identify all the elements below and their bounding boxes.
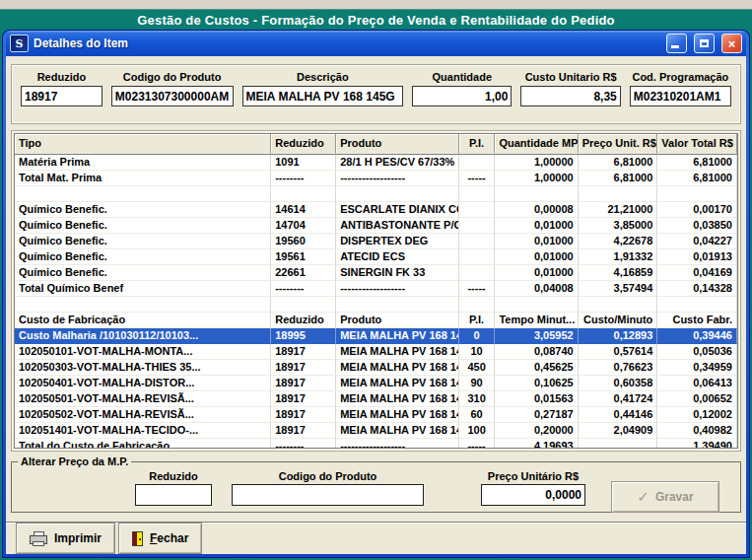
grid-cell: Total Químico Benef <box>15 281 271 297</box>
grid-cell: Reduzido <box>271 134 336 154</box>
table-row[interactable]: Químico Benefic.19560DISPERTEX DEG0,0100… <box>15 234 737 249</box>
grid-cell: ----- <box>459 171 496 186</box>
bottom-toolbar: Imprimir Fechar <box>6 522 746 554</box>
grid-cell: 0,01563 <box>495 391 578 407</box>
alter-field-reduzido: Reduzido <box>135 470 212 506</box>
table-row[interactable]: 102050401-VOT-MALHA-DISTOR...18917MEIA M… <box>15 376 737 391</box>
grid-cell <box>657 297 737 313</box>
grid-cell: Valor Total R$ <box>657 134 737 154</box>
codigo-produto-input[interactable] <box>111 86 234 106</box>
grid-cell: 3,05952 <box>495 328 578 344</box>
grid-cell: 0,03850 <box>657 218 737 234</box>
grid-cell <box>271 297 336 313</box>
grid-cell: 0,04169 <box>657 265 737 281</box>
grid-cell <box>579 186 658 202</box>
table-row[interactable]: Químico Benefic.14704ANTIBASTONANTE P/CR… <box>15 218 737 234</box>
grid-cell: 4,16859 <box>579 265 658 281</box>
quantidade-input[interactable] <box>412 86 512 106</box>
cost-grid-group: TipoReduzidoProdutoP.I.Quantidade MPPreç… <box>11 130 741 452</box>
table-row[interactable] <box>15 186 737 202</box>
alter-preco-input[interactable] <box>481 484 585 506</box>
alter-field-codigo: Codigo do Produto <box>232 470 424 506</box>
grid-cell: Químico Benefic. <box>15 202 271 218</box>
alter-preco-label: Preço Unitário R$ <box>488 470 579 482</box>
imprimir-button[interactable]: Imprimir <box>16 523 115 554</box>
descricao-input[interactable] <box>242 86 404 106</box>
grid-cell: -------- <box>271 171 336 186</box>
alter-reduzido-label: Reduzido <box>149 470 198 482</box>
grid-cell: 102050101-VOT-MALHA-MONTA... <box>15 344 271 360</box>
grid-cell: 0,05036 <box>657 344 737 360</box>
table-row[interactable]: Matéria Prima109128/1 H PES/CV 67/33% M.… <box>15 155 737 171</box>
grid-cell <box>15 186 271 202</box>
grid-cell: ATECID ECS <box>336 249 459 265</box>
grid-cell: -------- <box>271 439 336 449</box>
reduzido-input[interactable] <box>21 86 103 106</box>
grid-cell <box>459 297 496 313</box>
grid-cell <box>459 155 496 171</box>
fechar-button-label: Fechar <box>150 531 188 545</box>
detalhes-do-item-dialog: S Detalhes do Item × Reduzido Codigo do … <box>3 31 749 557</box>
grid-cell: 100 <box>459 423 496 439</box>
table-row[interactable]: Químico Benefic.22661SINERGIN FK 330,010… <box>15 265 737 281</box>
grid-cell: 0,39446 <box>657 328 737 344</box>
table-row[interactable]: Total Químico Benef---------------------… <box>15 281 737 297</box>
grid-cell: 0,08740 <box>495 344 578 360</box>
fechar-button[interactable]: Fechar <box>118 523 202 554</box>
maximize-icon[interactable] <box>694 34 715 53</box>
alter-fields-row: Reduzido Codigo do Produto Preço Unitári… <box>22 470 730 513</box>
table-row[interactable]: Total Mat. Prima------------------------… <box>15 171 737 186</box>
grid-cell <box>271 186 336 202</box>
gravar-button[interactable]: ✓ Gravar <box>611 481 719 513</box>
grid-cell: 3,57494 <box>579 281 658 297</box>
grid-cell: 90 <box>459 376 496 391</box>
close-icon[interactable]: × <box>721 34 742 53</box>
custo-unitario-input[interactable] <box>520 86 620 106</box>
grid-cell <box>459 234 496 249</box>
grid-cell: 0,00008 <box>495 202 578 218</box>
alter-codigo-input[interactable] <box>232 484 424 506</box>
cod-programacao-input[interactable] <box>630 86 731 106</box>
grid-cell: 18995 <box>271 328 336 344</box>
table-row[interactable]: 102050502-VOT-MALHA-REVISÃ...18917MEIA M… <box>15 407 737 423</box>
grid-cell: P.I. <box>459 134 496 154</box>
table-row[interactable]: 102050101-VOT-MALHA-MONTA...18917MEIA MA… <box>15 344 737 360</box>
grid-cell: Tempo Minut... <box>495 313 578 328</box>
grid-cell: 102050401-VOT-MALHA-DISTOR... <box>15 376 271 391</box>
table-row[interactable]: Custo Malharia /101030112/10103...18995M… <box>15 328 737 344</box>
grid-cell: Produto <box>336 134 459 154</box>
table-row[interactable]: Custo de FabricaçãoReduzidoProdutoP.I.Te… <box>15 313 737 328</box>
minimize-icon[interactable] <box>666 34 687 53</box>
grid-cell: 4,22678 <box>579 234 658 249</box>
alter-reduzido-input[interactable] <box>135 484 212 506</box>
check-icon: ✓ <box>637 488 649 506</box>
grid-cell: 0,27187 <box>495 407 578 423</box>
dialog-titlebar[interactable]: S Detalhes do Item × <box>6 31 746 56</box>
table-row[interactable]: Químico Benefic.19561ATECID ECS0,010001,… <box>15 249 737 265</box>
alter-group-title: Alterar Preço da M.P. <box>18 455 131 467</box>
grid-cell: MEIA MALHA PV 168 14... <box>336 344 459 360</box>
table-row[interactable] <box>15 297 737 313</box>
grid-cell <box>459 265 496 281</box>
grid-cell: 0,41724 <box>579 391 658 407</box>
grid-cell: 0,01000 <box>495 249 578 265</box>
grid-cell: Preço Unit. R$ <box>579 134 658 154</box>
grid-cell: Reduzido <box>271 313 336 328</box>
table-row[interactable]: Químico Benefic.14614ESCARLATE DIANIX CC… <box>15 202 737 218</box>
grid-cell: Químico Benefic. <box>15 218 271 234</box>
background-window-title: Gestão de Custos - Formação do Preço de … <box>0 10 752 31</box>
grid-cell: 0 <box>459 328 496 344</box>
grid-cell: Produto <box>336 313 459 328</box>
grid-cell: 0,76623 <box>579 360 658 376</box>
table-row[interactable]: 102051401-VOT-MALHA-TECIDO-...18917MEIA … <box>15 423 737 439</box>
grid-cell <box>459 202 496 218</box>
field-codigo-produto: Codigo do Produto <box>111 71 234 106</box>
cost-detail-grid[interactable]: TipoReduzidoProdutoP.I.Quantidade MPPreç… <box>14 133 738 449</box>
table-row[interactable]: 102050303-VOT-MALHA-THIES 35...18917MEIA… <box>15 360 737 376</box>
grid-cell <box>657 186 737 202</box>
table-row[interactable]: 102050501-VOT-MALHA-REVISÃ...18917MEIA M… <box>15 391 737 407</box>
grid-cell: 0,34959 <box>657 360 737 376</box>
grid-cell: Custo Malharia /101030112/10103... <box>15 328 271 344</box>
table-row[interactable]: Total do Custo de Fabricação------------… <box>15 439 737 449</box>
grid-cell: 0,01000 <box>495 265 578 281</box>
